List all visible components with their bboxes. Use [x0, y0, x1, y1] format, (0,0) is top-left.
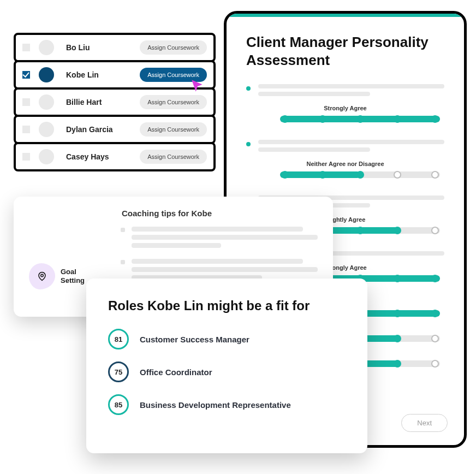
role-row[interactable]: 75 Office Coordinator: [108, 362, 346, 382]
checkbox[interactable]: [22, 126, 30, 133]
bullet-icon: [246, 86, 251, 91]
coaching-title: Coaching tips for Kobe: [122, 209, 318, 218]
fit-score: 81: [115, 335, 122, 343]
assessment-question: Neither Agree nor Disagree: [246, 140, 444, 179]
checkbox[interactable]: [22, 98, 30, 106]
goal-label: GoalSetting: [61, 268, 85, 285]
avatar: [39, 149, 54, 164]
user-list: Bo Liu Assign Coursework Kobe Lin Assign…: [14, 33, 216, 169]
avatar: [39, 122, 54, 137]
likert-slider[interactable]: [280, 170, 440, 179]
question-text-placeholder: [258, 140, 444, 155]
fit-score: 85: [115, 401, 122, 409]
tip-item: [121, 227, 318, 251]
checkbox-checked[interactable]: [22, 71, 30, 79]
avatar: [39, 40, 54, 55]
user-name: Bo Liu: [66, 43, 140, 52]
user-name: Billie Hart: [66, 98, 140, 106]
bullet-icon: [121, 260, 125, 264]
checkbox[interactable]: [22, 44, 30, 51]
user-name: Kobe Lin: [66, 70, 140, 79]
next-button[interactable]: Next: [401, 414, 448, 432]
user-row[interactable]: Dylan Garcia Assign Coursework: [14, 115, 216, 144]
goal-blob-icon: [29, 263, 55, 289]
roles-fit-card: Roles Kobe Lin might be a fit for 81 Cus…: [86, 279, 367, 453]
assign-coursework-button[interactable]: Assign Coursework: [140, 40, 207, 55]
bullet-icon: [121, 228, 125, 232]
fit-score-ring: 85: [108, 394, 129, 415]
avatar: [39, 94, 54, 110]
user-row[interactable]: Casey Hays Assign Coursework: [14, 142, 216, 171]
fit-score-ring: 75: [108, 362, 129, 382]
user-name: Casey Hays: [66, 152, 140, 161]
role-row[interactable]: 81 Customer Success Manager: [108, 329, 346, 349]
fit-score-ring: 81: [108, 329, 129, 349]
role-row[interactable]: 85 Business Development Representative: [108, 394, 346, 415]
assign-coursework-button[interactable]: Assign Coursework: [140, 150, 207, 164]
question-text-placeholder: [258, 84, 444, 99]
assessment-question: Strongly Agree: [246, 84, 444, 123]
role-name: Office Coordinator: [140, 368, 212, 377]
bullet-icon: [246, 142, 251, 146]
avatar: [39, 67, 54, 82]
user-row[interactable]: Billie Hart Assign Coursework: [14, 87, 216, 117]
assessment-title: Client Manager Personality Assessment: [246, 33, 444, 69]
slider-value-label: Neither Agree nor Disagree: [246, 161, 444, 167]
assign-coursework-button[interactable]: Assign Coursework: [140, 122, 207, 137]
fit-score: 75: [115, 368, 122, 376]
user-row[interactable]: Bo Liu Assign Coursework: [14, 33, 216, 62]
user-name: Dylan Garcia: [66, 125, 140, 134]
roles-title: Roles Kobe Lin might be a fit for: [108, 298, 346, 313]
checkbox[interactable]: [22, 153, 30, 161]
svg-point-0: [41, 274, 44, 277]
role-name: Business Development Representative: [140, 400, 291, 410]
user-row-selected[interactable]: Kobe Lin Assign Coursework: [14, 60, 216, 90]
assign-coursework-button[interactable]: Assign Coursework: [140, 68, 207, 82]
likert-slider[interactable]: [280, 115, 440, 123]
assign-coursework-button[interactable]: Assign Coursework: [140, 95, 207, 109]
role-name: Customer Success Manager: [140, 335, 249, 344]
slider-value-label: Strongly Agree: [246, 105, 444, 111]
pin-icon: [37, 271, 47, 281]
